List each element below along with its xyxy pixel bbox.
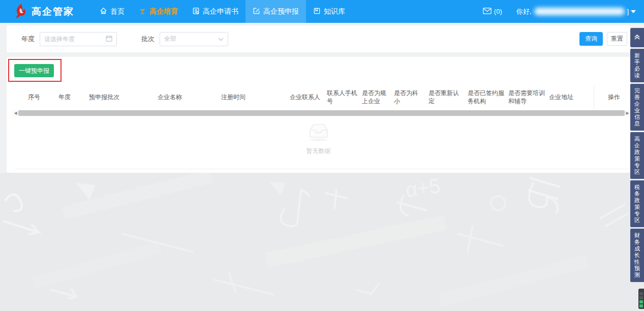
top-navbar: 高企管家 首页 高企培育 xyxy=(0,0,644,23)
nav-item-label: 高企培育 xyxy=(149,7,178,16)
app-title: 高企管家 xyxy=(32,5,74,18)
scroll-left-arrow-icon[interactable]: ◀ xyxy=(13,110,18,116)
widget-item xyxy=(639,296,643,299)
col-above-scale: 是否为规 上企业 xyxy=(362,89,394,105)
nav-item-knowledge[interactable]: 知识库 xyxy=(306,0,352,23)
empty-text: 暂无数据 xyxy=(306,147,331,156)
sprout-icon xyxy=(139,7,146,16)
side-tab-tax-policy-zone[interactable]: 税务政策专区 xyxy=(630,180,644,227)
right-side-tabs: 新手必读 完善企业信息 高企政策专区 税务政策专区 财务成长性预测 xyxy=(630,28,644,282)
widget-item-green xyxy=(639,300,643,303)
col-batch: 预申报批次 xyxy=(89,93,158,101)
page: α+5 高企管家 首页 xyxy=(0,0,644,311)
nav-item-cultivation[interactable]: 高企培育 xyxy=(132,0,185,23)
table-header-row: 序号 年度 预申报批次 企业名称 注册时间 企业联系人 联系人手机号 是否为规 … xyxy=(7,85,630,109)
empty-state: 暂无数据 xyxy=(7,121,630,156)
app-logo[interactable]: 高企管家 xyxy=(14,0,74,23)
user-name-suffix: ] xyxy=(627,8,629,15)
message-count: (0) xyxy=(494,8,502,15)
nav-item-home[interactable]: 首页 xyxy=(93,0,132,23)
col-operations: 操作 xyxy=(594,85,630,109)
col-contact: 企业联系人 xyxy=(290,93,327,101)
empty-inbox-icon xyxy=(306,121,331,144)
scroll-right-arrow-icon[interactable]: ▶ xyxy=(625,110,630,116)
envelope-icon xyxy=(483,8,492,16)
side-tab-policy-zone[interactable]: 高企政策专区 xyxy=(630,132,644,179)
side-tab-company-info[interactable]: 完善企业信息 xyxy=(630,84,644,131)
col-register-time: 注册时间 xyxy=(221,93,290,101)
nav-right-area: (0) 你好, ] xyxy=(483,0,636,23)
document-icon xyxy=(192,7,200,16)
corner-floating-widget[interactable] xyxy=(638,289,644,309)
year-input[interactable] xyxy=(44,36,100,43)
col-recertify: 是否重新认定 xyxy=(428,89,468,105)
book-icon xyxy=(313,7,321,16)
greeting-text: 你好, xyxy=(516,7,532,16)
col-tech-sme: 是否为科 小 xyxy=(394,89,428,105)
doodle-text: α+5 xyxy=(404,174,442,201)
col-address: 企业地址 xyxy=(549,93,594,101)
reset-button[interactable]: 重置 xyxy=(607,32,627,46)
collapse-tab[interactable] xyxy=(630,28,644,47)
col-signed-agency: 是否已签约服 务机构 xyxy=(468,89,508,105)
main-nav: 首页 高企培育 xyxy=(93,0,352,23)
col-year: 年度 xyxy=(58,93,89,101)
year-label: 年度 xyxy=(21,35,35,44)
chevron-down-icon xyxy=(218,36,224,43)
horizontal-scrollbar: ◀ ▶ xyxy=(13,110,630,116)
nav-item-label: 高企申请书 xyxy=(203,7,238,16)
batch-select[interactable]: 全部 xyxy=(160,32,228,46)
batch-label: 批次 xyxy=(141,35,155,44)
nav-item-prefiling[interactable]: 高企预申报 xyxy=(246,0,306,23)
messages-button[interactable]: (0) xyxy=(483,8,502,16)
home-icon xyxy=(100,7,107,16)
col-company-name: 企业名称 xyxy=(158,93,221,101)
batch-select-value: 全部 xyxy=(164,35,176,43)
side-tab-beginner-guide[interactable]: 新手必读 xyxy=(630,49,644,82)
nav-item-label: 高企预申报 xyxy=(263,7,299,16)
prefile-panel: 一键预申报 序号 年度 预申报批次 企业名称 注册时间 企业联系人 联系人手机号… xyxy=(7,57,630,173)
year-datepicker[interactable] xyxy=(40,32,117,46)
search-button[interactable]: 查询 xyxy=(579,32,603,46)
widget-item-green xyxy=(639,304,643,307)
filter-bar: 年度 批次 全部 查询 重置 xyxy=(7,25,630,52)
one-click-prefile-button[interactable]: 一键预申报 xyxy=(14,64,54,77)
scrollbar-thumb[interactable] xyxy=(18,110,625,116)
nav-item-application[interactable]: 高企申请书 xyxy=(185,0,246,23)
doodle-background: α+5 xyxy=(0,173,644,311)
edit-icon xyxy=(253,7,260,16)
widget-item xyxy=(639,292,643,295)
user-name-redacted[interactable] xyxy=(534,8,625,15)
logo-flame-icon xyxy=(14,3,27,20)
table-bottom-border xyxy=(15,169,630,169)
side-tab-finance-forecast[interactable]: 财务成长性预测 xyxy=(630,229,644,282)
calendar-icon xyxy=(106,35,112,44)
col-serial: 序号 xyxy=(7,93,58,101)
double-chevron-up-icon xyxy=(634,33,640,42)
col-need-training: 是否需要培训 和辅导 xyxy=(508,89,549,105)
nav-item-label: 知识库 xyxy=(324,7,345,16)
col-contact-phone: 联系人手机号 xyxy=(327,89,362,105)
user-menu-caret-icon[interactable] xyxy=(631,10,636,13)
nav-item-label: 首页 xyxy=(110,7,125,16)
